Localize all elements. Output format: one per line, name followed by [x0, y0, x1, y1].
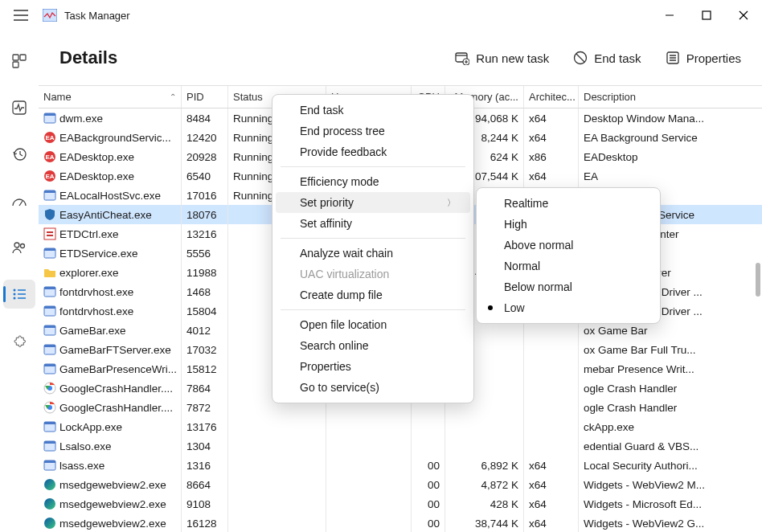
menu-item[interactable]: Provide feedback — [272, 141, 473, 162]
col-name[interactable]: Name⌃ — [39, 86, 182, 108]
desc-cell: Widgets - WebView2 M... — [579, 475, 762, 494]
svg-text:EA: EA — [45, 153, 54, 161]
title-bar: Task Manager — [0, 0, 762, 31]
nav-services[interactable] — [3, 326, 35, 355]
process-icon — [43, 440, 56, 452]
pid-cell: 16128 — [182, 514, 228, 532]
menu-item-label: UAC virtualization — [300, 268, 389, 280]
table-row[interactable]: msedgewebview2.exe8664004,872 Kx64Widget… — [39, 475, 762, 494]
menu-item[interactable]: Search online — [272, 335, 473, 356]
nav-details[interactable] — [3, 280, 35, 309]
svg-point-51 — [44, 518, 55, 529]
arch-cell — [524, 379, 579, 398]
mem-cell — [445, 417, 524, 436]
properties-button[interactable]: Properties — [659, 46, 748, 70]
menu-item-label: End process tree — [300, 125, 385, 137]
run-new-task-button[interactable]: Run new task — [449, 46, 555, 70]
svg-rect-2 — [13, 55, 18, 60]
user-cell — [326, 494, 412, 514]
menu-item[interactable]: Normal — [477, 256, 660, 276]
close-button[interactable] — [725, 0, 762, 31]
minimize-button[interactable] — [651, 0, 688, 31]
context-menu[interactable]: End taskEnd process treeProvide feedback… — [272, 94, 474, 403]
hamburger-icon — [14, 10, 28, 21]
menu-item[interactable]: Above normal — [477, 235, 660, 256]
pid-cell: 1316 — [182, 456, 228, 475]
svg-text:EA: EA — [45, 173, 54, 180]
menu-item[interactable]: Create dump file — [272, 284, 473, 305]
menu-item[interactable]: Go to service(s) — [272, 377, 473, 398]
mem-cell: 6,892 K — [445, 456, 524, 475]
arch-cell: x64 — [524, 456, 579, 475]
cpu-cell: 00 — [412, 494, 445, 514]
menu-item[interactable]: Efficiency mode — [272, 171, 473, 192]
priority-submenu[interactable]: RealtimeHighAbove normalNormalBelow norm… — [476, 187, 661, 324]
col-desc[interactable]: Description — [579, 86, 762, 108]
pid-cell: 1468 — [182, 282, 228, 301]
menu-item[interactable]: End task — [272, 100, 473, 121]
arch-cell — [524, 340, 579, 359]
menu-item[interactable]: Properties — [272, 356, 473, 377]
process-icon — [43, 208, 56, 221]
process-icon — [43, 266, 56, 279]
menu-item[interactable]: Low — [477, 297, 660, 318]
table-row[interactable]: msedgewebview2.exe161280038,744 Kx64Widg… — [39, 514, 762, 532]
pid-cell: 8484 — [182, 108, 228, 128]
menu-item[interactable]: Analyze wait chain — [272, 243, 473, 264]
nav-users[interactable] — [3, 233, 35, 262]
nav-processes[interactable] — [3, 47, 35, 76]
name-cell: EasyAntiCheat.exe — [59, 209, 152, 221]
name-cell: dwm.exe — [59, 113, 103, 125]
col-arch[interactable]: Architec... — [524, 86, 579, 108]
menu-item[interactable]: Set priority〉 — [276, 192, 470, 213]
hamburger-menu-button[interactable] — [5, 0, 37, 31]
menu-item-label: Provide feedback — [300, 145, 387, 158]
nav-startup[interactable] — [3, 186, 35, 215]
nav-performance[interactable] — [3, 93, 35, 122]
pid-cell: 11988 — [182, 263, 228, 282]
table-row[interactable]: lsass.exe1316006,892 Kx64Local Security … — [39, 456, 762, 475]
col-pid[interactable]: PID — [182, 86, 228, 108]
close-icon — [739, 10, 748, 20]
arch-cell — [524, 417, 579, 436]
status-cell — [228, 417, 326, 436]
cpu-cell — [412, 417, 445, 436]
menu-item[interactable]: Below normal — [477, 276, 660, 297]
name-cell: fontdrvhost.exe — [59, 305, 133, 317]
arch-cell: x64 — [524, 108, 579, 128]
menu-item-label: Go to service(s) — [300, 381, 379, 394]
menu-item[interactable]: End process tree — [272, 121, 473, 141]
process-icon — [43, 324, 56, 337]
menu-item[interactable]: Set affinity — [272, 213, 473, 234]
svg-point-8 — [20, 244, 24, 248]
name-cell: ETDCtrl.exe — [59, 228, 119, 240]
menu-item-label: High — [504, 218, 527, 231]
menu-item[interactable]: Realtime — [477, 193, 660, 214]
users-icon — [11, 240, 27, 255]
status-cell — [228, 494, 326, 514]
maximize-button[interactable] — [688, 0, 725, 31]
desc-cell: Desktop Window Mana... — [579, 108, 762, 128]
user-cell — [326, 456, 412, 475]
end-task-label: End task — [594, 51, 641, 65]
svg-rect-44 — [44, 422, 55, 424]
name-cell: ETDService.exe — [59, 248, 138, 260]
app-title: Task Manager — [63, 10, 130, 22]
table-row[interactable]: Lsalso.exe1304edential Guard & VBS... — [39, 436, 762, 456]
vertical-scrollbar[interactable] — [756, 263, 760, 297]
nav-history[interactable] — [3, 140, 35, 169]
submenu-arrow-icon: 〉 — [447, 197, 456, 209]
name-cell: fontdrvhost.exe — [59, 286, 133, 298]
menu-item[interactable]: Open file location — [272, 314, 473, 335]
end-task-button[interactable]: End task — [567, 46, 647, 70]
menu-item-label: Properties — [300, 360, 351, 373]
svg-rect-46 — [44, 441, 55, 444]
name-cell: EADesktop.exe — [59, 170, 134, 182]
table-row[interactable]: msedgewebview2.exe910800428 Kx64Widgets … — [39, 494, 762, 514]
menu-item[interactable]: High — [477, 214, 660, 235]
desc-cell: Widgets - WebView2 G... — [579, 514, 762, 532]
table-row[interactable]: LockApp.exe13176ckApp.exe — [39, 417, 762, 436]
process-icon: EA — [43, 170, 56, 182]
puzzle-icon — [12, 334, 27, 348]
status-cell — [228, 514, 326, 532]
